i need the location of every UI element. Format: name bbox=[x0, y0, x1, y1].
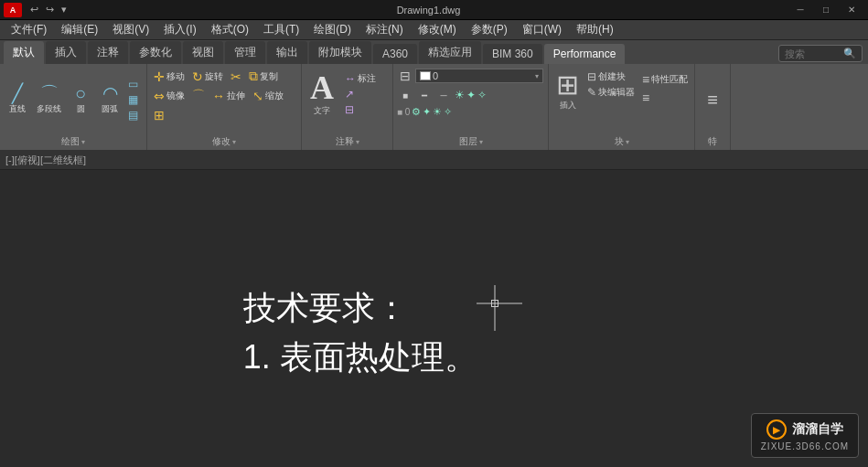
qa-undo[interactable]: ↩ bbox=[27, 3, 41, 16]
group-annotate-label[interactable]: 注释 ▾ bbox=[305, 133, 389, 150]
draw-rect-button[interactable]: ▭ bbox=[125, 77, 143, 91]
dim-icon: ↔ bbox=[345, 72, 356, 85]
match-btn2[interactable]: ≡ bbox=[639, 90, 691, 106]
menu-edit[interactable]: 编辑(E) bbox=[54, 20, 105, 39]
menu-dim[interactable]: 标注(N) bbox=[359, 20, 411, 39]
menu-draw[interactable]: 绘图(D) bbox=[306, 20, 359, 39]
layer-propicon2[interactable]: ✦ bbox=[423, 106, 431, 118]
block-editor-icon: ✎ bbox=[587, 86, 596, 99]
tab-insert[interactable]: 插入 bbox=[46, 41, 86, 64]
draw-line-button[interactable]: ╱ 直线 bbox=[4, 82, 31, 117]
layer-lineweight-button[interactable]: ─ bbox=[435, 87, 452, 103]
qa-redo[interactable]: ↪ bbox=[43, 3, 57, 16]
annotate-leader-button[interactable]: ↗ bbox=[342, 87, 379, 101]
crosshair-horizontal bbox=[477, 303, 522, 304]
qa-dropdown[interactable]: ▾ bbox=[59, 3, 70, 16]
menu-view[interactable]: 视图(V) bbox=[105, 20, 156, 39]
tab-parametric[interactable]: 参数化 bbox=[130, 41, 181, 64]
tab-default[interactable]: 默认 bbox=[4, 41, 44, 64]
draw-hatch-button[interactable]: ▦ bbox=[125, 92, 143, 107]
layer-icon2[interactable]: ✦ bbox=[466, 89, 476, 101]
tab-a360[interactable]: A360 bbox=[373, 44, 417, 64]
draw-arc-button[interactable]: ◠ 圆弧 bbox=[96, 82, 123, 117]
search-input[interactable] bbox=[785, 48, 840, 59]
tab-addmodule[interactable]: 附加模块 bbox=[309, 41, 371, 64]
group-special-label[interactable]: 特 bbox=[699, 133, 726, 150]
layer-icon1[interactable]: ☀ bbox=[455, 89, 465, 101]
mirror-icon: ⇔ bbox=[154, 89, 165, 103]
tab-bim360[interactable]: BIM 360 bbox=[483, 44, 542, 64]
draw-polyline-button[interactable]: ⌒ 多段线 bbox=[33, 82, 65, 117]
block-editor-button[interactable]: ✎ 块编辑器 bbox=[584, 85, 638, 100]
layer-linetype-button[interactable]: ━ bbox=[416, 87, 433, 103]
watermark-title: 溜溜自学 bbox=[792, 421, 843, 438]
modify-trim-button[interactable]: ✂ bbox=[228, 69, 244, 85]
block-insert-label: 插入 bbox=[560, 100, 576, 111]
canvas-area[interactable]: 技术要求： 1. 表面热处理。 ▶ 溜溜自学 ZIXUE.3D66.COM bbox=[0, 170, 868, 467]
app-logo: A bbox=[4, 3, 22, 17]
modify-stretch-button[interactable]: ↔ 拉伸 bbox=[209, 88, 248, 104]
menu-param[interactable]: 参数(P) bbox=[464, 20, 515, 39]
menu-window[interactable]: 窗口(W) bbox=[515, 20, 569, 39]
layer-properties-button[interactable]: ⊟ bbox=[397, 68, 413, 84]
tab-performance[interactable]: Performance bbox=[544, 44, 626, 64]
menu-format[interactable]: 格式(O) bbox=[204, 20, 256, 39]
layer-extra-icons: ☀ ✦ ✧ bbox=[455, 89, 487, 101]
tab-output[interactable]: 输出 bbox=[267, 41, 307, 64]
menu-file[interactable]: 文件(F) bbox=[4, 20, 54, 39]
group-layer: ⊟ 0 ▾ ■ ━ ─ bbox=[393, 64, 549, 150]
layer-icon3[interactable]: ✧ bbox=[477, 89, 487, 101]
group-layer-label[interactable]: 图层 ▾ bbox=[397, 133, 544, 150]
menu-tools[interactable]: 工具(T) bbox=[256, 20, 306, 39]
menu-help[interactable]: 帮助(H) bbox=[569, 20, 621, 39]
block-side-buttons: ⊟ 创建块 ✎ 块编辑器 bbox=[584, 68, 638, 100]
group-block-label[interactable]: 块 ▾ bbox=[552, 133, 691, 150]
modify-mirror-button[interactable]: ⇔ 镜像 bbox=[151, 88, 188, 104]
modify-rotate-button[interactable]: ↻ 旋转 bbox=[189, 69, 226, 85]
tab-featured[interactable]: 精选应用 bbox=[419, 41, 481, 64]
block-insert-icon: ⊞ bbox=[556, 69, 579, 100]
annotate-text-button[interactable]: A 文字 bbox=[305, 68, 338, 121]
annotate-dim-button[interactable]: ↔ 标注 bbox=[342, 71, 379, 86]
modify-move-button[interactable]: ✛ 移动 bbox=[151, 69, 188, 85]
block-create-button[interactable]: ⊟ 创建块 bbox=[584, 69, 638, 84]
modify-array-button[interactable]: ⊞ bbox=[151, 107, 167, 123]
tab-annotate[interactable]: 注释 bbox=[88, 41, 128, 64]
close-button[interactable]: ✕ bbox=[839, 1, 864, 19]
group-modify-arrow: ▾ bbox=[232, 138, 236, 146]
modify-copy-button[interactable]: ⧉ 复制 bbox=[246, 68, 281, 85]
modify-fillet-button[interactable]: ⌒ bbox=[189, 87, 208, 105]
menu-modify[interactable]: 修改(M) bbox=[411, 20, 464, 39]
match-label: 特性匹配 bbox=[651, 73, 688, 86]
draw-gradient-button[interactable]: ▤ bbox=[125, 108, 143, 122]
special-button[interactable]: ≡ bbox=[699, 88, 726, 112]
draw-circle-button[interactable]: ○ 圆 bbox=[67, 82, 94, 117]
match-icon2: ≡ bbox=[642, 90, 649, 105]
layer-color-button[interactable]: ■ bbox=[397, 87, 413, 103]
breadcrumb-text: [-][俯视][二维线框] bbox=[5, 154, 86, 167]
rect-icon: ▭ bbox=[128, 78, 138, 90]
block-insert-button[interactable]: ⊞ 插入 bbox=[552, 68, 583, 113]
annotate-text-label: 文字 bbox=[314, 105, 330, 117]
layer-color-box bbox=[420, 71, 431, 80]
match-properties-button[interactable]: ≡ 特性匹配 bbox=[639, 71, 691, 88]
minimize-button[interactable]: ─ bbox=[788, 1, 813, 19]
ribbon-search-box[interactable]: 🔍 bbox=[778, 45, 863, 62]
modify-scale-button[interactable]: ⤡ 缩放 bbox=[250, 88, 286, 104]
group-draw-arrow: ▾ bbox=[81, 138, 85, 146]
block-match-col: ≡ 特性匹配 ≡ bbox=[639, 68, 691, 106]
layer-propicon3[interactable]: ☀ bbox=[433, 106, 442, 118]
maximize-button[interactable]: □ bbox=[813, 1, 839, 19]
group-draw-label[interactable]: 绘图 ▾ bbox=[4, 133, 143, 150]
arc-icon: ◠ bbox=[102, 84, 118, 102]
layer-dropdown[interactable]: 0 ▾ bbox=[415, 69, 543, 83]
annotate-table-button[interactable]: ⊟ bbox=[342, 102, 379, 117]
group-modify-label[interactable]: 修改 ▾ bbox=[151, 133, 297, 150]
tab-view[interactable]: 视图 bbox=[183, 41, 223, 64]
layer-propicon1[interactable]: ⚙ bbox=[412, 106, 421, 118]
menu-insert[interactable]: 插入(I) bbox=[156, 20, 203, 39]
group-draw-content: ╱ 直线 ⌒ 多段线 ○ 圆 ◠ 圆弧 ▭ bbox=[4, 66, 143, 133]
layer-number-display: ■ 0 bbox=[397, 107, 410, 117]
tab-manage[interactable]: 管理 bbox=[225, 41, 265, 64]
layer-propicon4[interactable]: ✧ bbox=[444, 106, 452, 118]
